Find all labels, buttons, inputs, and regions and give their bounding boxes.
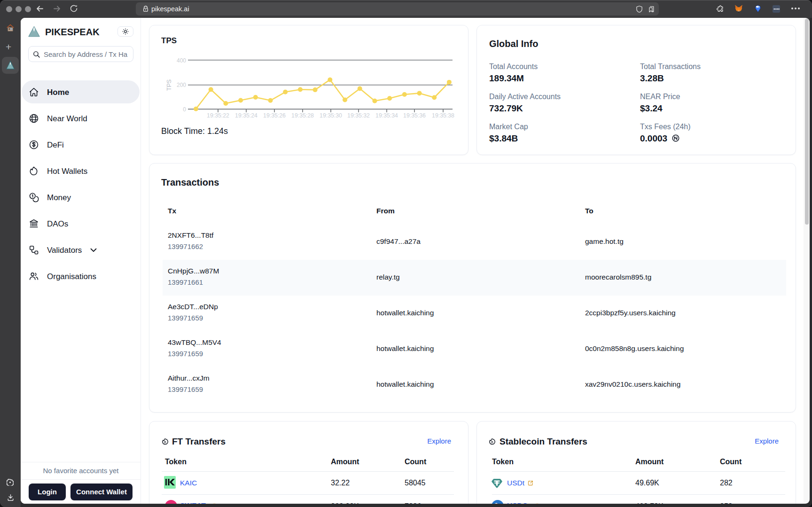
svg-text:0: 0 xyxy=(183,106,186,113)
svg-text:19:35:38: 19:35:38 xyxy=(432,112,454,119)
svg-text:400: 400 xyxy=(177,57,186,64)
svg-text:19:35:28: 19:35:28 xyxy=(291,112,314,119)
svg-text:19:35:32: 19:35:32 xyxy=(347,112,370,119)
svg-text:19:35:34: 19:35:34 xyxy=(375,112,398,119)
svg-text:19:35:36: 19:35:36 xyxy=(403,112,426,119)
svg-text:TPS: TPS xyxy=(166,79,172,91)
svg-text:19:35:26: 19:35:26 xyxy=(263,112,286,119)
svg-text:19:35:24: 19:35:24 xyxy=(235,112,258,119)
svg-text:200: 200 xyxy=(177,82,186,88)
svg-text:19:35:22: 19:35:22 xyxy=(207,112,229,119)
svg-text:19:35:30: 19:35:30 xyxy=(320,112,342,119)
